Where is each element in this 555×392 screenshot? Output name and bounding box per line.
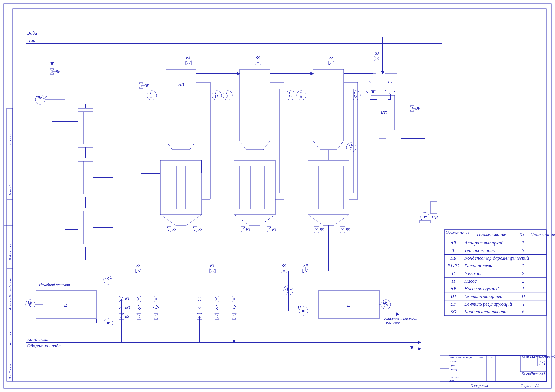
svg-text:P12: P12 xyxy=(288,91,292,99)
svg-text:LR9: LR9 xyxy=(28,300,32,308)
svg-text:Копировал: Копировал xyxy=(470,383,488,388)
svg-text:P4: P4 xyxy=(150,91,153,99)
svg-text:Утв.: Утв. xyxy=(449,379,454,381)
legend-table: Обозна- чение Наименование Кол. Примечан… xyxy=(445,230,555,315)
svg-rect-24 xyxy=(4,4,551,388)
svg-rect-108 xyxy=(445,277,546,285)
svg-text:TR7: TR7 xyxy=(349,143,353,151)
svg-text:3: 3 xyxy=(522,240,525,246)
barometric: КБ Р1 Р2 xyxy=(364,37,397,139)
svg-text:1:1: 1:1 xyxy=(539,360,546,366)
svg-text:НВ: НВ xyxy=(450,286,456,291)
svg-text:Лист: Лист xyxy=(521,372,531,376)
svg-text:Пров.: Пров. xyxy=(449,364,455,367)
svg-text:ВЗ: ВЗ xyxy=(256,56,260,60)
svg-text:Подп.: Подп. xyxy=(478,356,484,359)
svg-text:Т: Т xyxy=(452,248,455,253)
svg-text:ВЗ: ВЗ xyxy=(272,227,276,232)
svg-text:Листов: Листов xyxy=(530,372,543,376)
steam-branches: ВР xyxy=(139,43,161,173)
svg-text:ВР: ВР xyxy=(56,69,60,74)
svg-text:Упаренный
раствор: Упаренный раствор xyxy=(384,316,417,320)
svg-text:1: 1 xyxy=(522,255,525,261)
svg-text:НВ: НВ xyxy=(431,215,438,220)
svg-rect-104 xyxy=(445,270,546,277)
label-feed: Исходной раствор xyxy=(39,283,70,287)
svg-text:ВР: ВР xyxy=(303,263,308,268)
svg-text:2: 2 xyxy=(522,263,525,269)
svg-text:Лит.: Лит. xyxy=(521,355,530,359)
svg-text:Насос: Насос xyxy=(464,278,477,284)
svg-text:ВР: ВР xyxy=(144,84,149,88)
svg-text:Подп. и дата: Подп. и дата xyxy=(8,244,12,260)
svg-text:Подп. и дата: Подп. и дата xyxy=(8,330,12,347)
svg-text:КО: КО xyxy=(450,309,457,314)
svg-text:TRC1: TRC1 xyxy=(105,275,112,283)
svg-text:2: 2 xyxy=(522,278,525,284)
svg-text:Примечание: Примечание xyxy=(530,232,555,237)
svg-text:Справ. №: Справ. № xyxy=(8,183,12,195)
svg-text:ВР: ВР xyxy=(415,106,420,110)
svg-rect-25 xyxy=(13,9,546,381)
svg-text:ВЗ: ВЗ xyxy=(329,56,333,60)
svg-text:TRC2: TRC2 xyxy=(285,286,292,294)
svg-text:P13: P13 xyxy=(353,91,357,99)
svg-text:6: 6 xyxy=(522,309,525,314)
svg-text:Т.контр.: Т.контр. xyxy=(449,368,458,370)
line-water: Вода xyxy=(27,30,37,36)
svg-text:PRC
3: PRC 3 xyxy=(36,95,47,100)
svg-text:ВЗ: ВЗ xyxy=(451,293,456,299)
line-condensate: Конденсат xyxy=(27,336,50,342)
svg-text:раствор: раствор xyxy=(386,320,400,324)
svg-text:LR10: LR10 xyxy=(383,300,388,308)
title-block: Лит. Масса Масштаб 1:1 Лист Листов 1 Изм… xyxy=(449,355,555,381)
svg-text:Емкость: Емкость xyxy=(464,271,482,276)
svg-text:Р2: Р2 xyxy=(388,80,392,84)
svg-text:Аппарат выпарной: Аппарат выпарной xyxy=(464,240,504,246)
line-recycled: Оборотная вода xyxy=(27,343,61,348)
svg-text:Масштаб: Масштаб xyxy=(538,355,555,359)
svg-text:ВЗ: ВЗ xyxy=(198,227,202,232)
svg-text:Изм.: Изм. xyxy=(449,356,454,359)
svg-text:2: 2 xyxy=(522,271,525,276)
svg-text:ВЗ: ВЗ xyxy=(210,263,214,268)
svg-text:Е: Е xyxy=(452,271,455,276)
svg-text:P6: P6 xyxy=(299,91,302,99)
svg-text:ВЗ: ВЗ xyxy=(186,56,190,60)
line-steam: Пар xyxy=(27,37,35,43)
svg-text:Р1-Р2: Р1-Р2 xyxy=(447,263,459,269)
svg-text:КБ: КБ xyxy=(450,255,456,261)
svg-text:Взам. инв. №  Инв. № дубл.: Взам. инв. № Инв. № дубл. xyxy=(8,278,12,310)
svg-text:ВЗ: ВЗ xyxy=(125,314,129,319)
svg-text:Насос вакуумный: Насос вакуумный xyxy=(464,286,500,291)
svg-rect-92 xyxy=(445,247,546,254)
svg-text:ВЗ: ВЗ xyxy=(281,263,285,268)
svg-text:Расширитель: Расширитель xyxy=(464,263,492,269)
svg-text:ВЗ: ВЗ xyxy=(125,297,129,301)
svg-text:ВЗ: ВЗ xyxy=(375,51,379,56)
svg-text:АВ: АВ xyxy=(178,82,184,87)
svg-text:P5: P5 xyxy=(226,91,228,99)
svg-text:3: 3 xyxy=(522,248,525,253)
svg-text:Формат A1: Формат A1 xyxy=(520,383,540,388)
svg-text:Обозна-
чение: Обозна- чение xyxy=(446,230,469,234)
svg-text:Инв. № подп.: Инв. № подп. xyxy=(8,363,12,379)
drawing: Вода Пар Конденсат Оборотная вода ВР PRC… xyxy=(0,0,555,392)
svg-text:Кол.: Кол. xyxy=(519,232,526,237)
svg-text:Р1: Р1 xyxy=(367,80,372,84)
svg-text:ВЗ: ВЗ xyxy=(246,227,250,232)
svg-text:Конденсатоотводчик: Конденсатоотводчик xyxy=(464,309,509,314)
svg-text:ВЗ: ВЗ xyxy=(172,227,176,232)
svg-text:Вентиль запорный: Вентиль запорный xyxy=(464,293,503,299)
svg-text:АВ: АВ xyxy=(450,240,456,246)
svg-text:P11: P11 xyxy=(215,91,218,99)
svg-text:Н: Н xyxy=(297,305,301,311)
svg-text:4: 4 xyxy=(522,301,525,307)
svg-rect-61 xyxy=(430,202,437,213)
side-strip: Инв. № подп. Подп. и дата Взам. инв. № И… xyxy=(7,108,13,381)
svg-text:ВЗ: ВЗ xyxy=(320,227,324,232)
svg-text:Наименование: Наименование xyxy=(477,232,506,237)
svg-rect-100 xyxy=(445,262,546,270)
svg-text:ВР: ВР xyxy=(451,301,456,307)
svg-text:Вентиль регулирующий: Вентиль регулирующий xyxy=(464,301,512,307)
